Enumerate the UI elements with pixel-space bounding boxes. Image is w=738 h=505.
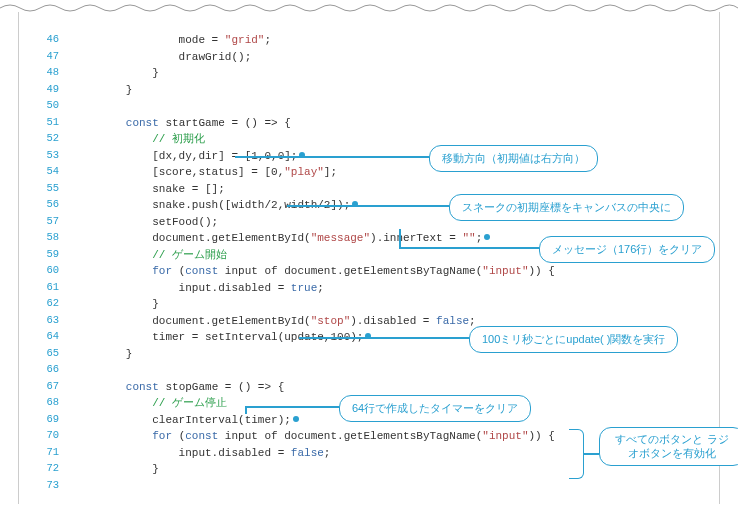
annotation-connector xyxy=(399,247,539,249)
page-container: 46 mode = "grid";47 drawGrid();48 }49 }5… xyxy=(18,12,720,504)
annotation-bubble: すべてのボタンと ラジオボタンを有効化 xyxy=(599,427,738,466)
code-text: } xyxy=(73,296,159,313)
annotation-connector xyxy=(235,156,429,158)
code-text: } xyxy=(73,65,159,82)
annotation-connector xyxy=(245,406,339,408)
line-number: 53 xyxy=(29,148,73,164)
code-text: input.disabled = true; xyxy=(73,280,324,297)
code-text: input.disabled = false; xyxy=(73,445,330,462)
code-text: // 初期化 xyxy=(73,131,205,148)
line-number: 57 xyxy=(29,214,73,230)
line-number: 63 xyxy=(29,313,73,329)
code-text: document.getElementById("stop").disabled… xyxy=(73,313,476,330)
code-text: // ゲーム停止 xyxy=(73,395,227,412)
code-line: 61 input.disabled = true; xyxy=(29,280,709,297)
code-line: 47 drawGrid(); xyxy=(29,49,709,66)
line-number: 62 xyxy=(29,296,73,312)
line-number: 54 xyxy=(29,164,73,180)
code-text: clearInterval(timer); xyxy=(73,412,299,429)
annotation-connector xyxy=(287,205,449,207)
line-number: 73 xyxy=(29,478,73,494)
line-number: 71 xyxy=(29,445,73,461)
code-text: } xyxy=(73,82,132,99)
line-number: 66 xyxy=(29,362,73,378)
code-line: 67 const stopGame = () => { xyxy=(29,379,709,396)
line-number: 65 xyxy=(29,346,73,362)
line-number: 60 xyxy=(29,263,73,279)
code-line: 50 xyxy=(29,98,709,115)
annotation-connector xyxy=(399,229,401,247)
line-number: 47 xyxy=(29,49,73,65)
code-line: 54 [score,status] = [0,"play"]; xyxy=(29,164,709,181)
code-line: 66 xyxy=(29,362,709,379)
line-number: 58 xyxy=(29,230,73,246)
code-line: 46 mode = "grid"; xyxy=(29,32,709,49)
torn-page-edge xyxy=(0,0,738,12)
code-text: setFood(); xyxy=(73,214,218,231)
line-number: 61 xyxy=(29,280,73,296)
code-text: for (const input of document.getElements… xyxy=(73,428,555,445)
line-number: 52 xyxy=(29,131,73,147)
code-text: mode = "grid"; xyxy=(73,32,271,49)
line-number: 68 xyxy=(29,395,73,411)
annotation-bubble: 64行で作成したタイマーをクリア xyxy=(339,395,531,422)
code-line: 62 } xyxy=(29,296,709,313)
code-text: snake = []; xyxy=(73,181,225,198)
code-text: } xyxy=(73,461,159,478)
line-number: 67 xyxy=(29,379,73,395)
line-number: 70 xyxy=(29,428,73,444)
annotation-connector xyxy=(245,406,247,414)
code-block: 46 mode = "grid";47 drawGrid();48 }49 }5… xyxy=(29,32,709,494)
code-line: 60 for (const input of document.getEleme… xyxy=(29,263,709,280)
line-number: 59 xyxy=(29,247,73,263)
line-number: 69 xyxy=(29,412,73,428)
line-number: 50 xyxy=(29,98,73,114)
line-number: 72 xyxy=(29,461,73,477)
code-text: const startGame = () => { xyxy=(73,115,291,132)
code-text: } xyxy=(73,346,132,363)
line-number: 46 xyxy=(29,32,73,48)
code-text: drawGrid(); xyxy=(73,49,251,66)
line-number: 56 xyxy=(29,197,73,213)
code-text: document.getElementById("message").inner… xyxy=(73,230,490,247)
line-number: 51 xyxy=(29,115,73,131)
line-number: 64 xyxy=(29,329,73,345)
code-line: 73 xyxy=(29,478,709,495)
line-number: 55 xyxy=(29,181,73,197)
code-line: 52 // 初期化 xyxy=(29,131,709,148)
annotation-bubble: スネークの初期座標をキャンバスの中央に xyxy=(449,194,684,221)
annotation-connector xyxy=(299,337,469,339)
annotation-bubble: メッセージ（176行）をクリア xyxy=(539,236,715,263)
line-number: 49 xyxy=(29,82,73,98)
code-line: 48 } xyxy=(29,65,709,82)
code-text: for (const input of document.getElements… xyxy=(73,263,555,280)
annotation-bracket xyxy=(569,429,584,479)
annotation-bubble: 移動方向（初期値は右方向） xyxy=(429,145,598,172)
code-text: [score,status] = [0,"play"]; xyxy=(73,164,337,181)
code-line: 49 } xyxy=(29,82,709,99)
code-text: const stopGame = () => { xyxy=(73,379,284,396)
annotation-bubble: 100ミリ秒ごとにupdate( )関数を実行 xyxy=(469,326,678,353)
line-number: 48 xyxy=(29,65,73,81)
annotation-connector xyxy=(583,453,599,455)
code-text: // ゲーム開始 xyxy=(73,247,227,264)
code-line: 51 const startGame = () => { xyxy=(29,115,709,132)
